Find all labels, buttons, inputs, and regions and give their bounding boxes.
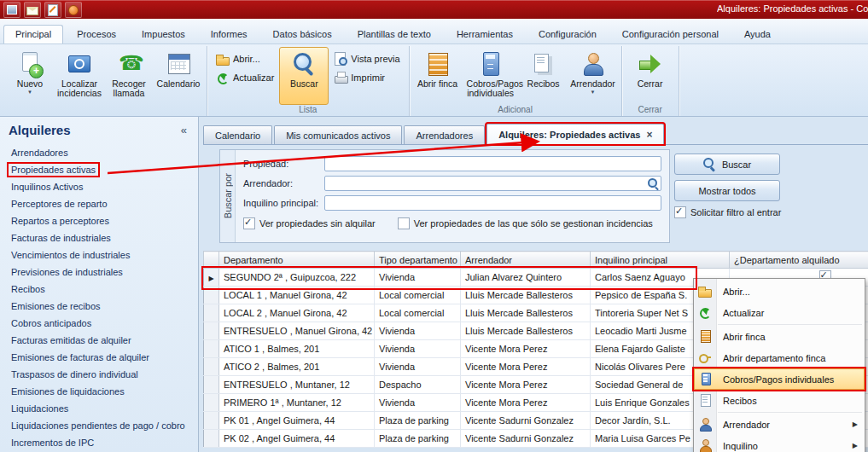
cell-departamento[interactable]: LOCAL 1 , Manuel Girona, 42: [219, 287, 375, 304]
sidebar-item[interactable]: Facturas de industriales: [0, 229, 198, 246]
document-tab[interactable]: Calendario ×: [203, 125, 272, 144]
cell-arrendador[interactable]: Julian Alvarez Quintero: [461, 269, 591, 287]
cerrar-button[interactable]: Cerrar: [626, 47, 675, 105]
tab-close-icon[interactable]: ×: [646, 129, 652, 141]
row-selector-cell[interactable]: [204, 269, 219, 287]
sidebar-item[interactable]: Emisiones de recibos: [0, 298, 198, 315]
cell-departamento[interactable]: ATICO 2 , Balmes, 201: [219, 358, 375, 376]
row-selector-cell[interactable]: [204, 287, 219, 304]
menu-tab[interactable]: Configuración personal: [610, 25, 731, 43]
checkbox-ver-propiedades-incidencias[interactable]: Ver propiedades de las que sólo se gesti…: [398, 217, 653, 229]
document-tab[interactable]: Arrendadores ×: [404, 125, 485, 144]
context-menu-item[interactable]: Cobros/Pagos individuales ▶: [694, 368, 865, 390]
sidebar-item[interactable]: Emisiones de facturas de alquiler: [0, 349, 198, 366]
cell-departamento[interactable]: PRIMERO 1ª , Muntaner, 12: [219, 394, 375, 412]
menu-tab[interactable]: Herramientas: [445, 25, 525, 43]
cell-departamento[interactable]: ENTRESUELO , Muntaner, 12: [219, 376, 375, 394]
abrir-button[interactable]: Abrir...: [211, 50, 279, 67]
column-header-departamento-alquilado[interactable]: ¿Departamento alquilado: [730, 252, 868, 269]
document-tab[interactable]: Mis comunicados activos ×: [274, 125, 402, 144]
menu-tab[interactable]: Datos básicos: [261, 25, 344, 43]
sidebar-item[interactable]: Vencimientos de industriales: [0, 246, 198, 264]
checkbox-box[interactable]: [674, 206, 686, 218]
cell-tipo-departamento[interactable]: Despacho: [375, 376, 461, 394]
sidebar-item[interactable]: Facturas emitidas de alquiler: [0, 332, 198, 349]
buscar-button[interactable]: Buscar: [674, 154, 780, 175]
cell-tipo-departamento[interactable]: Vivienda: [375, 340, 461, 358]
sidebar-item[interactable]: Liquidaciones pendientes de pago / cobro: [0, 417, 198, 434]
cell-tipo-departamento[interactable]: Vivienda: [375, 358, 461, 376]
calendario-button[interactable]: Calendario: [154, 47, 203, 105]
solicitar-filtro-checkbox[interactable]: Solicitar filtro al entrar: [674, 206, 785, 218]
abrir-finca-button[interactable]: Abrir finca: [413, 47, 463, 105]
cell-tipo-departamento[interactable]: Vivienda: [375, 394, 461, 412]
cobros-pagos-button[interactable]: Cobros/Pagos individuales: [463, 47, 519, 105]
checkbox-ver-propiedades-sin-alquilar[interactable]: Ver propiedades sin alquilar: [243, 217, 376, 229]
app-icon[interactable]: [3, 2, 20, 18]
imprimir-button[interactable]: Imprimir: [329, 69, 405, 86]
buscar-ribbon-button[interactable]: Buscar: [279, 47, 329, 105]
sidebar-item[interactable]: Incrementos de IPC: [0, 434, 198, 451]
context-menu-item[interactable]: Abrir finca ▶: [694, 326, 865, 347]
cell-tipo-departamento[interactable]: Plaza de parking: [375, 412, 461, 430]
sidebar-item[interactable]: Previsiones de industriales: [0, 264, 198, 281]
actualizar-button[interactable]: Actualizar: [211, 69, 279, 86]
lookup-magnifier-icon[interactable]: [647, 177, 659, 189]
cell-arrendador[interactable]: Lluis Mercade Ballesteros: [461, 304, 591, 322]
menu-tab[interactable]: Ayuda: [732, 25, 783, 43]
context-menu-item[interactable]: Inquilino ▶: [694, 435, 865, 452]
cell-arrendador[interactable]: Vicente Sadurni Gonzalez: [461, 430, 591, 448]
menu-tab[interactable]: Informes: [199, 25, 259, 43]
menu-tab[interactable]: Plantillas de texto: [346, 25, 443, 43]
column-header-arrendador[interactable]: Arrendador: [461, 252, 591, 269]
collapse-sidebar-icon[interactable]: «: [178, 124, 189, 136]
sidebar-item[interactable]: Arrendadores: [0, 144, 198, 161]
document-tab[interactable]: Alquileres: Propiedades activas ×: [486, 124, 664, 144]
menu-tab[interactable]: Configuración: [527, 25, 609, 43]
context-menu-item[interactable]: Arrendador ▶: [694, 414, 865, 435]
announcement-icon[interactable]: [65, 2, 82, 18]
column-header-departamento[interactable]: Departamento: [219, 252, 375, 269]
nuevo-button[interactable]: Nuevo ▼: [5, 47, 55, 105]
context-menu-item[interactable]: Abrir... ▶: [694, 281, 865, 302]
column-header-inquilino-principal[interactable]: Inquilino principal: [591, 252, 730, 269]
menu-tab[interactable]: Principal: [3, 25, 63, 43]
sidebar-item[interactable]: Cobros anticipados: [0, 315, 198, 332]
menu-tab[interactable]: Impuestos: [130, 25, 197, 43]
propiedad-input[interactable]: [324, 156, 661, 171]
checkbox-box[interactable]: [243, 217, 255, 229]
cell-arrendador[interactable]: Vicente Mora Perez: [461, 358, 591, 376]
sidebar-item[interactable]: Liquidaciones: [0, 400, 198, 417]
row-selector-cell[interactable]: [204, 376, 219, 394]
mostrar-todos-button[interactable]: Mostrar todos: [674, 180, 780, 201]
inquilino-principal-input[interactable]: [324, 195, 661, 211]
arrendador-button[interactable]: Arrendador ▼: [568, 47, 618, 105]
cell-arrendador[interactable]: Vicente Sadurni Gonzalez: [461, 412, 591, 430]
row-selector-cell[interactable]: [204, 304, 219, 322]
cell-tipo-departamento[interactable]: Local comercial: [375, 287, 461, 304]
mail-icon[interactable]: [24, 2, 41, 18]
cell-arrendador[interactable]: Lluis Mercade Ballesteros: [461, 287, 591, 304]
cell-arrendador[interactable]: Lluis Mercade Ballesteros: [461, 322, 591, 340]
sidebar-item[interactable]: Inquilinos Activos: [0, 178, 198, 195]
sidebar-item[interactable]: Repartos a perceptores: [0, 212, 198, 229]
cell-departamento[interactable]: ATICO 1 , Balmes, 201: [219, 340, 375, 358]
context-menu-item[interactable]: Abrir departamento finca ▶: [694, 347, 865, 368]
cell-tipo-departamento[interactable]: Vivienda: [375, 269, 461, 287]
cell-departamento[interactable]: PK 01 , Angel Guimera, 44: [219, 412, 375, 430]
sidebar-item[interactable]: Propiedades activas: [0, 161, 198, 178]
row-selector-cell[interactable]: [204, 394, 219, 412]
sidebar-item[interactable]: Recibos: [0, 281, 198, 298]
cell-arrendador[interactable]: Vicente Mora Perez: [461, 340, 591, 358]
cell-tipo-departamento[interactable]: Vivienda: [375, 322, 461, 340]
cell-departamento[interactable]: SEGUNDO 2ª , Guipuzcoa, 222: [219, 269, 375, 287]
sidebar-item[interactable]: Emisiones de liquidaciones: [0, 383, 198, 400]
cell-tipo-departamento[interactable]: Plaza de parking: [375, 430, 461, 448]
column-header-tipo-departamento[interactable]: Tipo departamento: [375, 252, 461, 269]
row-selector-cell[interactable]: [204, 340, 219, 358]
recoger-llamada-button[interactable]: Recoger llamada: [104, 47, 154, 105]
row-selector-cell[interactable]: [204, 322, 219, 340]
notes-icon[interactable]: [44, 2, 61, 18]
cell-departamento[interactable]: PK 02 , Angel Guimera, 44: [219, 430, 375, 448]
cell-arrendador[interactable]: Vicente Mora Perez: [461, 394, 591, 412]
